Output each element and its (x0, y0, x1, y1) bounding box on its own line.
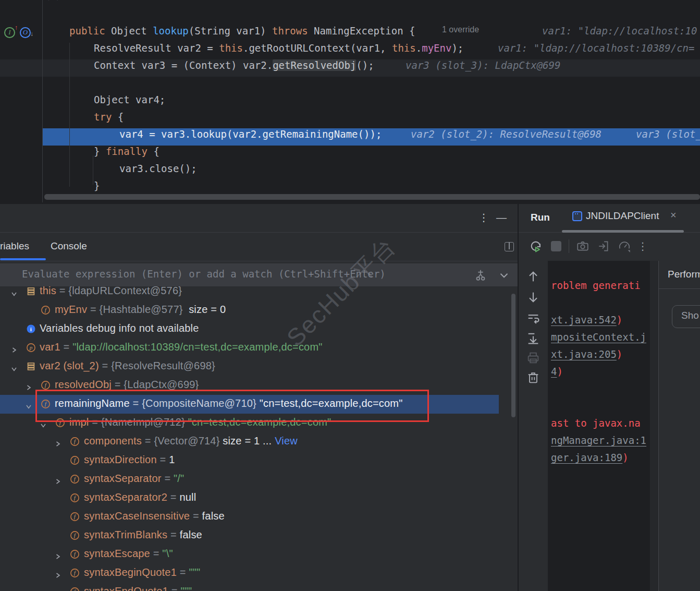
tree-row-syntaxCaseInsensitive[interactable]: fsyntaxCaseInsensitive = false (0, 508, 518, 526)
tree-row-syntaxEndQuote1[interactable]: fsyntaxEndQuote1 = """ (0, 583, 518, 591)
variable-value: {ldapURLContext@576} (68, 285, 182, 296)
rerun-icon[interactable] (529, 239, 544, 254)
inline-debug-hint: var3 (slot_ (636, 128, 700, 146)
chevron-right-icon[interactable] (25, 382, 32, 389)
tree-row-info[interactable]: iVariables debug info not available (0, 320, 518, 339)
run-toolbar: ⋮ (519, 233, 700, 261)
chevron-down-icon[interactable] (10, 288, 18, 295)
tree-row-var2 (slot_2)[interactable]: var2 (slot_2) = {ResolveResult@698} (0, 357, 518, 376)
stacktrace-link[interactable]: ger.java:189 (551, 452, 622, 463)
sign-in-icon[interactable] (597, 239, 610, 253)
console-output[interactable]: roblem generatixt.java:542)mpositeContex… (548, 261, 650, 591)
code-token: Context var3 = (Context) var2. (94, 59, 273, 71)
f-icon: f (41, 380, 51, 390)
code-token: .getRootURLContext(var1, (243, 42, 392, 54)
chevron-down-icon[interactable] (10, 363, 18, 370)
soft-wrap-icon[interactable] (526, 311, 541, 325)
variable-value: = (60, 341, 72, 353)
tree-row-syntaxBeginQuote1[interactable]: fsyntaxBeginQuote1 = """ (0, 564, 518, 583)
console-scrollbar-track[interactable] (650, 261, 658, 591)
overridden-marker-icon[interactable]: O ↓ (20, 26, 32, 39)
arrow-down-icon[interactable] (526, 290, 541, 305)
tree-row-syntaxEscape[interactable]: fsyntaxEscape = "\" (0, 545, 518, 564)
stacktrace-link[interactable]: xt.java:205 (551, 348, 617, 360)
stop-icon[interactable] (551, 241, 561, 251)
console-line: xt.java:542) (551, 314, 622, 331)
scroll-to-end-icon[interactable] (526, 331, 541, 345)
code-token: this (392, 42, 416, 54)
kebab-menu-icon[interactable]: ⋮ (478, 212, 489, 223)
console-text: ast to javax.na (551, 417, 641, 429)
camera-icon[interactable] (576, 239, 590, 253)
chevron-right-icon[interactable] (54, 570, 62, 577)
stacktrace-link[interactable]: ngManager.java:1 (551, 435, 646, 446)
tree-row-syntaxSeparator2[interactable]: fsyntaxSeparator2 = null (0, 489, 518, 508)
editor-horizontal-scrollbar[interactable] (44, 194, 700, 200)
variable-name: syntaxEndQuote1 (84, 585, 168, 591)
tree-row-text: components = {Vector@714} size = 1 ... V… (84, 435, 298, 447)
tree-row-text: syntaxEndQuote1 = """ (84, 585, 192, 591)
stack-icon (26, 286, 36, 296)
variables-scrollbar[interactable] (511, 294, 515, 417)
stacktrace-link[interactable]: 4 (551, 366, 557, 377)
code-editor[interactable]: ) I ↑ O ↓ public Object lookup(String va… (0, 0, 700, 202)
stacktrace-link[interactable]: xt.java:542 (551, 314, 617, 325)
console-line: 4) (551, 366, 563, 383)
code-token: getResolvedObj (273, 59, 356, 71)
gauge-icon[interactable] (618, 239, 631, 253)
code-token: (); (356, 59, 374, 71)
console-toolbar (519, 261, 548, 591)
variable-value: = (150, 548, 162, 559)
chevron-right-icon[interactable] (10, 344, 18, 352)
chevron-right-icon[interactable] (54, 588, 62, 591)
editor-gutter[interactable]: I ↑ O ↓ (0, 0, 43, 202)
tree-row-this[interactable]: this = {ldapURLContext@576} (0, 282, 518, 301)
code-token: . (416, 42, 422, 54)
chevron-right-icon[interactable] (54, 438, 62, 445)
f-icon: f (70, 512, 80, 522)
chevron-down-icon[interactable] (497, 269, 511, 282)
scissors-icon[interactable] (473, 268, 488, 282)
up-arrow-glyph: ↑ (15, 24, 18, 31)
panel-divider (659, 288, 700, 289)
variable-value: = (142, 435, 154, 447)
chevron-right-icon[interactable] (54, 551, 62, 558)
close-icon[interactable]: × (670, 209, 677, 221)
tree-row-text: syntaxSeparator2 = null (84, 491, 196, 503)
minimize-icon[interactable]: — (496, 212, 507, 223)
console-line: ngManager.java:1 (551, 435, 646, 452)
kebab-menu-icon[interactable]: ⋮ (637, 239, 648, 253)
tab-variables[interactable]: riables (0, 240, 29, 252)
svg-text:f: f (74, 532, 77, 538)
variable-value: = (167, 529, 179, 540)
code-line-9: var3.close(); (119, 163, 197, 180)
tree-row-components[interactable]: fcomponents = {Vector@714} size = 1 ... … (0, 432, 518, 451)
variable-name: syntaxDirection (84, 454, 157, 465)
tab-console[interactable]: Console (51, 240, 87, 252)
code-line-7: var4 = var3.lookup(var2.getRemainingName… (119, 128, 382, 146)
tree-row-syntaxSeparator[interactable]: fsyntaxSeparator = "/" (0, 470, 518, 489)
implementing-marker-icon[interactable]: I ↑ (4, 26, 17, 39)
view-link[interactable]: View (275, 435, 298, 447)
f-icon: f (41, 305, 51, 315)
inline-debug-hint: var1: "ldap://localhost:10389/cn= (498, 42, 695, 59)
show-button[interactable]: Sho (672, 305, 700, 328)
split-view-icon[interactable] (505, 242, 514, 251)
printer-icon[interactable] (526, 351, 541, 365)
variable-value: {Hashtable@577} (100, 304, 183, 315)
code-token: throws (272, 25, 308, 37)
arrow-up-icon[interactable] (526, 269, 541, 284)
evaluate-placeholder: Evaluate expression (Enter) or add a wat… (22, 268, 386, 280)
tree-row-var1[interactable]: pvar1 = "ldap://localhost:10389/cn=test,… (0, 339, 518, 357)
variables-tree[interactable]: this = {ldapURLContext@576}fmyEnv = {Has… (0, 282, 518, 591)
console-text: ) (617, 348, 622, 360)
tree-row-syntaxTrimBlanks[interactable]: fsyntaxTrimBlanks = false (0, 526, 518, 545)
chevron-right-icon[interactable] (54, 476, 62, 483)
tree-row-syntaxDirection[interactable]: fsyntaxDirection = 1 (0, 451, 518, 470)
variable-value: """ (189, 566, 200, 578)
stacktrace-link[interactable]: mpositeContext.j (551, 331, 646, 343)
chevron-down-icon[interactable] (25, 401, 32, 408)
trash-icon[interactable] (526, 370, 541, 385)
tree-row-myEnv[interactable]: fmyEnv = {Hashtable@577} size = 0 (0, 301, 518, 320)
debug-tool-window: ⋮ — Run JNDILDAPClient × riables Console… (0, 204, 700, 591)
